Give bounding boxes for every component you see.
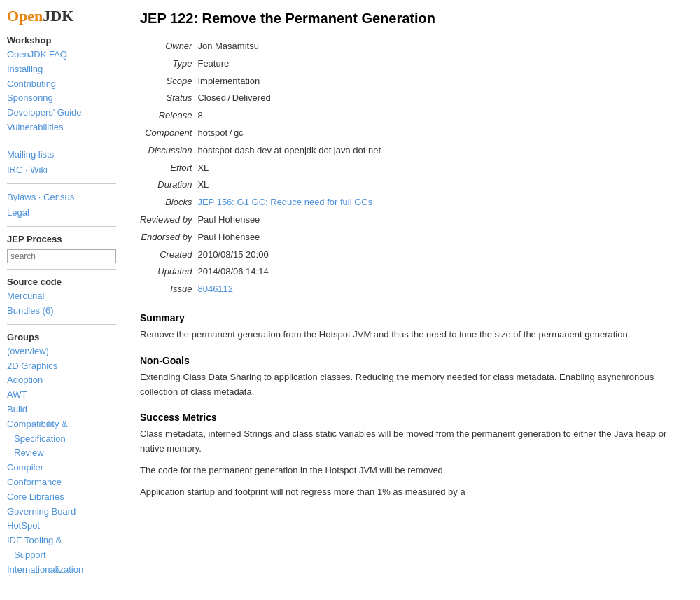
sidebar-link-ide-tooling[interactable]: IDE Tooling & [7, 533, 116, 548]
sidebar-link-support[interactable]: Support [7, 548, 116, 563]
sidebar-link-faq[interactable]: OpenJDK FAQ [7, 48, 116, 62]
sidebar-link-sponsoring[interactable]: Sponsoring [7, 91, 116, 106]
section-text: Application startup and footprint will n… [140, 485, 686, 500]
meta-value: hotspot / gc [197, 125, 385, 142]
sidebar-link-internationalization[interactable]: Internationalization [7, 563, 116, 578]
workshop-header: Workshop [7, 35, 116, 46]
sections-container: SummaryRemove the permanent generation f… [140, 312, 686, 500]
meta-row: Created2010/08/15 20:00 [140, 246, 385, 264]
sidebar-link-2d-graphics[interactable]: 2D Graphics [7, 359, 116, 374]
meta-label: Created [140, 246, 197, 264]
source-code-header: Source code [7, 277, 116, 287]
irc-wiki-line: IRC · Wiki [7, 162, 116, 178]
logo-open: Open [7, 7, 43, 25]
sidebar-link-mailing[interactable]: Mailing lists [7, 149, 54, 160]
section-text: Extending Class Data Sharing to applicat… [140, 370, 686, 400]
meta-value: Feature [197, 55, 385, 73]
groups-header: Groups [7, 332, 116, 342]
meta-value: hostspot dash dev at openjdk dot java do… [197, 142, 385, 160]
sidebar-link-review[interactable]: Review [7, 446, 116, 461]
sidebar-link-compatibility[interactable]: Compatibility & [7, 417, 116, 432]
mailing-lists-wiki-line: Mailing lists [7, 147, 116, 162]
sidebar-link-contributing[interactable]: Contributing [7, 77, 116, 92]
meta-value: Closed / Delivered [197, 90, 385, 107]
meta-row: BlocksJEP 156: G1 GC: Reduce need for fu… [140, 194, 385, 211]
sidebar-link-devguide[interactable]: Developers' Guide [7, 106, 116, 120]
separator-1 [7, 141, 116, 141]
sidebar-link-mercurial[interactable]: Mercurial [7, 289, 116, 304]
sidebar-link-conformance[interactable]: Conformance [7, 475, 116, 490]
meta-value: Paul Hohensee [197, 229, 385, 246]
bylaws-census-line: Bylaws · Census [7, 190, 116, 205]
sidebar-link-adoption[interactable]: Adoption [7, 373, 116, 388]
separator-3 [7, 226, 116, 227]
sidebar-link-groups-overview[interactable]: (overview) [7, 344, 116, 359]
search-input[interactable] [7, 249, 116, 263]
section-title: Success Metrics [140, 412, 686, 423]
meta-link[interactable]: JEP 156: G1 GC: Reduce need for full GCs [197, 197, 372, 207]
sidebar-link-hotspot[interactable]: HotSpot [7, 519, 116, 533]
sidebar-link-compiler[interactable]: Compiler [7, 461, 116, 475]
logo: OpenJDK [7, 7, 116, 25]
meta-row: StatusClosed / Delivered [140, 90, 385, 107]
meta-value: 2014/08/06 14:14 [197, 263, 385, 281]
meta-label: Release [140, 107, 197, 125]
meta-value: Jon Masamitsu [197, 38, 385, 55]
meta-label: Effort [140, 160, 197, 177]
sidebar-link-core-libraries[interactable]: Core Libraries [7, 490, 116, 505]
meta-link[interactable]: 8046112 [197, 284, 233, 294]
separator-5 [7, 324, 116, 325]
legal-line: Legal [7, 205, 116, 221]
separator-2 [7, 183, 116, 184]
sidebar-link-wiki[interactable]: Wiki [30, 165, 48, 175]
sidebar: OpenJDK Workshop OpenJDK FAQ Installing … [0, 0, 122, 600]
logo-jdk: JDK [43, 7, 74, 25]
page-title: JEP 122: Remove the Permanent Generation [140, 11, 686, 27]
meta-row: Discussionhostspot dash dev at openjdk d… [140, 142, 385, 160]
sidebar-link-specification[interactable]: Specification [7, 432, 116, 447]
meta-row: DurationXL [140, 176, 385, 194]
main-content: JEP 122: Remove the Permanent Generation… [122, 0, 700, 600]
meta-row: ScopeImplementation [140, 73, 385, 90]
meta-label: Blocks [140, 194, 197, 211]
meta-label: Type [140, 55, 197, 73]
meta-label: Updated [140, 263, 197, 281]
jep-process-header: JEP Process [7, 234, 116, 244]
sidebar-link-governing-board[interactable]: Governing Board [7, 505, 116, 519]
meta-row: Componenthotspot / gc [140, 125, 385, 142]
meta-value[interactable]: JEP 156: G1 GC: Reduce need for full GCs [197, 194, 385, 211]
meta-row: EffortXL [140, 160, 385, 177]
separator-4 [7, 269, 116, 270]
meta-value: 2010/08/15 20:00 [197, 246, 385, 264]
meta-label: Endorsed by [140, 229, 197, 246]
meta-label: Issue [140, 281, 197, 298]
sidebar-link-census[interactable]: Census [43, 192, 74, 202]
meta-value: Paul Hohensee [197, 211, 385, 229]
meta-row: TypeFeature [140, 55, 385, 73]
sidebar-link-installing[interactable]: Installing [7, 62, 116, 77]
section-text: Remove the permanent generation from the… [140, 328, 686, 342]
sidebar-link-vulnerabilities[interactable]: Vulnerabilities [7, 120, 116, 135]
sidebar-link-legal[interactable]: Legal [7, 207, 29, 218]
sidebar-link-irc[interactable]: IRC [7, 165, 22, 175]
sidebar-link-bylaws[interactable]: Bylaws [7, 192, 36, 202]
section-title: Summary [140, 312, 686, 323]
sidebar-link-awt[interactable]: AWT [7, 388, 116, 403]
meta-row: OwnerJon Masamitsu [140, 38, 385, 55]
meta-row: Release8 [140, 107, 385, 125]
section-text: Class metadata, interned Strings and cla… [140, 427, 686, 456]
meta-row: Updated2014/08/06 14:14 [140, 263, 385, 281]
meta-value: Implementation [197, 73, 385, 90]
meta-row: Endorsed byPaul Hohensee [140, 229, 385, 246]
sidebar-link-build[interactable]: Build [7, 403, 116, 417]
meta-label: Scope [140, 73, 197, 90]
section-title: Non-Goals [140, 355, 686, 366]
sidebar-link-bundles[interactable]: Bundles (6) [7, 304, 116, 319]
meta-label: Discussion [140, 142, 197, 160]
meta-value[interactable]: 8046112 [197, 281, 385, 298]
meta-value: XL [197, 160, 385, 177]
metadata-table: OwnerJon MasamitsuTypeFeatureScopeImplem… [140, 38, 385, 298]
meta-row: Issue8046112 [140, 281, 385, 298]
meta-row: Reviewed byPaul Hohensee [140, 211, 385, 229]
meta-label: Status [140, 90, 197, 107]
